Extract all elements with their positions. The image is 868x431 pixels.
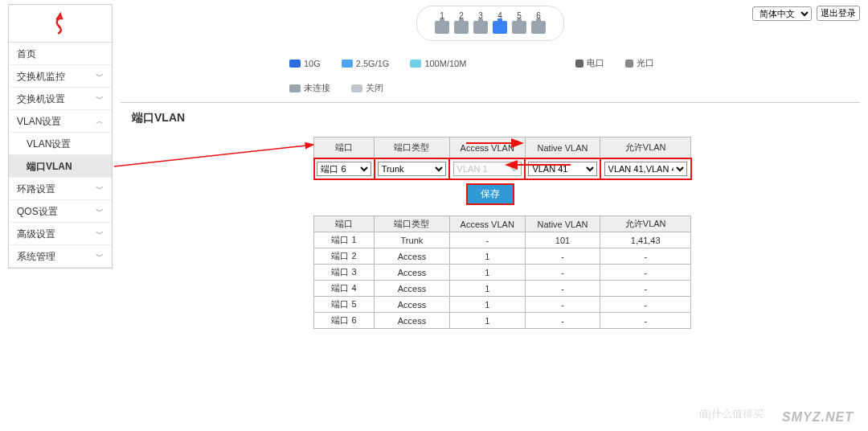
config-input-row: 端口 6 Trunk VLAN 1 VLAN 41 VLAN 41,VLAN 4… bbox=[314, 158, 691, 179]
table-cell: 1 bbox=[449, 265, 525, 281]
sidebar-item-label: VLAN设置 bbox=[17, 110, 61, 133]
sidebar-item[interactable]: 高级设置﹀ bbox=[9, 223, 112, 245]
port-indicator: 3 bbox=[473, 11, 488, 34]
table-cell: 端口 2 bbox=[314, 248, 375, 265]
table-row: 端口 5Access1-- bbox=[314, 297, 691, 313]
table-row: 端口 6Access1-- bbox=[314, 313, 691, 329]
chevron-down-icon: ﹀ bbox=[96, 65, 104, 88]
legend-item: 光口 bbox=[625, 57, 654, 69]
port-indicator: 2 bbox=[454, 11, 469, 34]
save-button[interactable]: 保存 bbox=[467, 184, 514, 204]
legend-label: 光口 bbox=[637, 57, 654, 69]
sidebar-item-label: 系统管理 bbox=[17, 245, 55, 268]
table-cell: 1 bbox=[449, 281, 525, 297]
allow-vlan-select[interactable]: VLAN 41,VLAN 43 bbox=[604, 162, 687, 176]
vlan-config-form: 端口 端口类型 Access VLAN Native VLAN 允许VLAN 端… bbox=[313, 137, 691, 179]
topbar: 123456 简体中文 退出登录 bbox=[121, 4, 860, 52]
table-cell: - bbox=[600, 313, 691, 329]
table-cell: Access bbox=[375, 265, 450, 281]
legend-swatch-icon bbox=[342, 60, 353, 68]
sidebar-item[interactable]: 系统管理﹀ bbox=[9, 245, 112, 268]
port-indicator: 6 bbox=[531, 11, 546, 34]
table-cell: 1 bbox=[449, 248, 525, 265]
table-cell: 1,41,43 bbox=[600, 232, 691, 248]
port-indicator: 1 bbox=[435, 11, 449, 34]
table-row: 端口 2Access1-- bbox=[314, 248, 691, 265]
table-cell: Access bbox=[375, 297, 450, 313]
legend-label: 未连接 bbox=[304, 82, 330, 94]
sidebar-item[interactable]: 首页 bbox=[9, 43, 112, 65]
table-row: 端口 4Access1-- bbox=[314, 281, 691, 297]
sidebar-item-label: 高级设置 bbox=[17, 223, 55, 245]
table-cell: - bbox=[600, 265, 691, 281]
main-content: 123456 简体中文 退出登录 10G2.5G/1G100M/10M 电口光口… bbox=[121, 4, 860, 427]
watermark-tag: 值|什么值得买 bbox=[698, 407, 764, 421]
sidebar-item-label: VLAN设置 bbox=[27, 133, 71, 155]
vlan-port-table: 端口端口类型Access VLANNative VLAN允许VLAN 端口 1T… bbox=[313, 216, 691, 329]
table-header: Native VLAN bbox=[525, 216, 600, 232]
watermark-site: SMYZ.NET bbox=[782, 410, 854, 425]
sidebar-item[interactable]: 端口VLAN bbox=[9, 155, 112, 178]
table-cell: Access bbox=[375, 313, 450, 329]
sidebar-item-label: 交换机设置 bbox=[17, 88, 65, 110]
legend-swatch-icon bbox=[289, 60, 301, 68]
port-icon bbox=[531, 21, 546, 34]
table-row: 端口 1Trunk-1011,41,43 bbox=[314, 232, 691, 248]
sidebar-item[interactable]: VLAN设置 bbox=[9, 133, 112, 155]
col-allow: 允许VLAN bbox=[600, 138, 691, 158]
table-cell: 101 bbox=[525, 232, 600, 248]
table-cell: 1 bbox=[449, 297, 525, 313]
language-select[interactable]: 简体中文 bbox=[752, 6, 812, 21]
chevron-down-icon: ﹀ bbox=[96, 245, 104, 268]
port-type-select[interactable]: Trunk bbox=[378, 162, 446, 176]
sidebar-item[interactable]: QOS设置﹀ bbox=[9, 200, 112, 223]
table-cell: 端口 4 bbox=[314, 281, 375, 297]
port-indicator: 4 bbox=[493, 11, 507, 34]
sidebar-item-label: 首页 bbox=[17, 43, 36, 65]
sidebar-item[interactable]: VLAN设置︿ bbox=[9, 110, 112, 133]
legend-item: 电口 bbox=[575, 57, 604, 69]
sidebar: 首页交换机监控﹀交换机设置﹀VLAN设置︿VLAN设置端口VLAN环路设置﹀QO… bbox=[8, 4, 113, 269]
sidebar-item-label: 端口VLAN bbox=[27, 155, 72, 178]
table-cell: - bbox=[525, 313, 600, 329]
brand-logo-icon bbox=[49, 12, 72, 35]
table-header: 允许VLAN bbox=[600, 216, 691, 232]
table-cell: - bbox=[600, 281, 691, 297]
logout-button[interactable]: 退出登录 bbox=[817, 6, 860, 21]
divider bbox=[121, 102, 860, 103]
port-icon bbox=[493, 21, 507, 34]
col-access: Access VLAN bbox=[449, 138, 525, 158]
legend-label: 10G bbox=[304, 59, 321, 68]
table-cell: 端口 5 bbox=[314, 297, 375, 313]
table-cell: Access bbox=[375, 248, 450, 265]
table-cell: - bbox=[600, 297, 691, 313]
table-cell: - bbox=[525, 281, 600, 297]
legend-item: 未连接 bbox=[289, 82, 330, 94]
port-select[interactable]: 端口 6 bbox=[317, 162, 371, 176]
table-cell: 端口 1 bbox=[314, 232, 375, 248]
chevron-down-icon: ﹀ bbox=[96, 223, 104, 245]
table-cell: - bbox=[525, 297, 600, 313]
config-header-row: 端口 端口类型 Access VLAN Native VLAN 允许VLAN bbox=[314, 138, 691, 158]
table-cell: - bbox=[525, 248, 600, 265]
legend-label: 2.5G/1G bbox=[356, 59, 390, 68]
save-row: 保存 bbox=[121, 184, 860, 204]
sidebar-item[interactable]: 环路设置﹀ bbox=[9, 178, 112, 200]
legend-item: 2.5G/1G bbox=[342, 59, 390, 68]
legend-item: 关闭 bbox=[351, 82, 383, 94]
legend-item: 100M/10M bbox=[410, 59, 466, 68]
legend-label: 关闭 bbox=[366, 82, 383, 94]
native-vlan-select[interactable]: VLAN 41 bbox=[528, 162, 596, 176]
sidebar-item[interactable]: 交换机设置﹀ bbox=[9, 88, 112, 110]
legend-item: 10G bbox=[289, 59, 321, 68]
table-cell: Access bbox=[375, 281, 450, 297]
port-icon bbox=[473, 21, 488, 34]
chevron-down-icon: ﹀ bbox=[96, 88, 104, 110]
sidebar-item-label: 环路设置 bbox=[17, 178, 55, 200]
legend-swatch-icon bbox=[575, 60, 583, 68]
sidebar-item[interactable]: 交换机监控﹀ bbox=[9, 65, 112, 88]
chevron-down-icon: ﹀ bbox=[96, 178, 104, 200]
access-vlan-select: VLAN 1 bbox=[453, 162, 522, 176]
table-cell: 端口 6 bbox=[314, 313, 375, 329]
logo bbox=[9, 5, 112, 43]
